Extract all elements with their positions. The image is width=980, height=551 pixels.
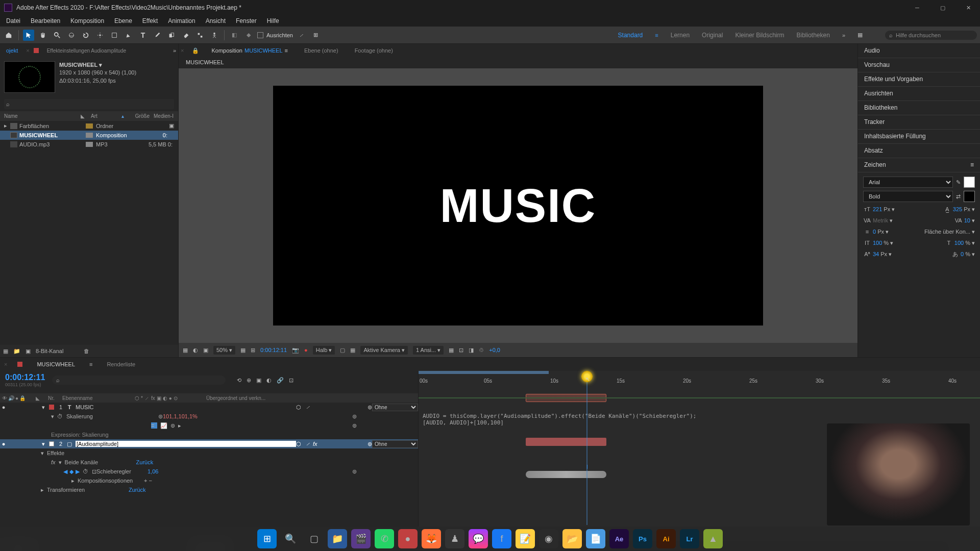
layer-name[interactable]: [Audioamplitude] [76, 441, 296, 447]
prop-effekte[interactable]: ▾ Effekte [0, 448, 418, 458]
comp-tab-menu-icon[interactable]: ≡ [285, 47, 288, 54]
guides-icon[interactable]: ⊞ [251, 347, 255, 354]
composition-viewer[interactable]: MUSIC [179, 68, 857, 343]
home-button[interactable] [3, 30, 14, 41]
photoshop-icon[interactable]: Ps [633, 529, 652, 548]
workspace-standard[interactable]: Standard [618, 32, 643, 39]
app-icon-last[interactable]: ▲ [703, 529, 723, 548]
project-item-audio[interactable]: AUDIO.mp3 MP3 5,5 MB 0: [0, 140, 178, 149]
notepad-icon[interactable]: 📄 [586, 529, 605, 548]
text-tool[interactable]: T [137, 30, 149, 41]
menu-hilfe[interactable]: Hilfe [263, 16, 283, 26]
font-family-select[interactable]: Arial [863, 177, 953, 188]
eye-header-icon[interactable]: 👁 [2, 395, 7, 401]
viewer-lock-icon[interactable]: 🔒 [192, 47, 199, 54]
tl-icon-2[interactable]: ⊕ [247, 377, 251, 384]
workspace-bibliotheken[interactable]: Bibliotheken [796, 32, 829, 39]
comp-thumbnail[interactable] [4, 61, 55, 93]
maximize-button[interactable]: ▢ [935, 3, 950, 13]
link-icon[interactable]: ⊡ [92, 468, 96, 475]
parent-link-icon[interactable]: ⊚ [368, 404, 372, 411]
layer-expand[interactable]: ▾ [35, 441, 47, 447]
view-opt-4[interactable]: ♲ [479, 347, 484, 354]
interp-icon[interactable]: ▦ [3, 348, 8, 355]
panel-menu-icon[interactable]: ≡ [970, 161, 974, 169]
expression-code[interactable]: AUDIO = thisComp.layer("Audioamplitude")… [423, 413, 696, 426]
tl-icon-4[interactable]: ◐ [266, 377, 272, 384]
prop-transform[interactable]: ▸ Transformieren Zurück [0, 485, 418, 494]
switch-1[interactable]: ⬡ [135, 395, 139, 401]
puppet-tool[interactable] [209, 30, 220, 41]
video-app-icon[interactable]: 🎬 [351, 529, 371, 548]
firefox-icon[interactable]: 🦊 [422, 529, 441, 548]
prev-key[interactable]: ◀ [63, 468, 67, 475]
snap-option-2[interactable]: ⊞ [310, 30, 322, 41]
switch-5[interactable]: ▣ [157, 395, 161, 401]
next-key[interactable]: ▶ [76, 468, 80, 475]
panel-ausrichten[interactable]: Ausrichten [858, 87, 980, 101]
new-folder-icon[interactable]: 📁 [13, 348, 20, 355]
close-button[interactable]: ✕ [961, 3, 976, 13]
tl-icon-1[interactable]: ⟲ [237, 377, 241, 384]
minimize-button[interactable]: ─ [910, 3, 925, 13]
lightroom-icon[interactable]: Lr [680, 529, 699, 548]
expand-icon[interactable]: ▸ [4, 122, 10, 129]
grid-icon[interactable]: ▦ [240, 347, 246, 354]
rotation-tool[interactable] [80, 30, 91, 41]
viewer-timecode[interactable]: 0:00:12:11 [260, 347, 287, 353]
prop-value[interactable]: Zurück [136, 459, 154, 465]
vscale-value[interactable]: 100 [873, 240, 882, 246]
project-tab[interactable]: ojekt [2, 45, 22, 56]
parent-select[interactable]: Ohne [372, 404, 418, 411]
fx-icon[interactable]: fx [51, 459, 56, 465]
menu-ebene[interactable]: Ebene [110, 16, 136, 26]
prop-expand[interactable]: ▾ [59, 459, 65, 466]
item-label[interactable] [86, 133, 93, 138]
clone-tool[interactable] [166, 30, 177, 41]
task-view[interactable]: ▢ [304, 529, 324, 548]
switch-6[interactable]: ◐ [163, 395, 167, 401]
orbit-tool[interactable] [66, 30, 77, 41]
prop-value[interactable]: 1,06 [148, 468, 158, 474]
folder-icon[interactable]: 📂 [562, 529, 582, 548]
workspace-overflow[interactable]: » [842, 32, 845, 38]
name-header[interactable]: Ebenenname [58, 395, 135, 401]
workspace-menu-icon[interactable]: ≡ [655, 32, 658, 38]
notes-icon[interactable]: 📝 [516, 529, 535, 548]
hand-tool[interactable] [37, 30, 48, 41]
tool-option-2[interactable]: ◆ [243, 30, 254, 41]
menu-datei[interactable]: Datei [2, 16, 24, 26]
switch-7[interactable]: ● [169, 395, 172, 401]
col-size[interactable]: Größe [124, 113, 150, 119]
layer-row-2[interactable]: ● ▾ 2 ▢ [Audioamplitude] ⬡⟋fx ⊚ Ohne [0, 439, 418, 448]
pen-tool[interactable] [123, 30, 134, 41]
expr-pickwhip[interactable]: ⊚ [352, 413, 357, 420]
layer-row-1[interactable]: ● ▾ 1 T MUSIC ⬡⟋ ⊚ Ohne [0, 403, 418, 412]
selection-tool[interactable] [23, 30, 34, 41]
panel-audio[interactable]: Audio [858, 44, 980, 58]
layer-name[interactable]: MUSIC [76, 404, 296, 410]
facebook-icon[interactable]: f [492, 529, 511, 548]
prop-komp-options[interactable]: ▸ Kompositionsoptionen + − [0, 476, 418, 485]
stroke-value[interactable]: 0 [873, 229, 876, 235]
prop-value[interactable]: Zurück [129, 487, 146, 493]
new-comp-icon[interactable]: ▣ [26, 348, 31, 355]
expr-pickwhip-icon[interactable]: ⊚ [170, 422, 175, 429]
eye-toggle[interactable]: ● [0, 441, 7, 447]
stroke-swap-icon[interactable]: ⇄ [956, 193, 961, 200]
snap-option-1[interactable]: ⟋ [296, 30, 307, 41]
panel-tracker[interactable]: Tracker [858, 115, 980, 130]
view-opt-2[interactable]: ⊡ [459, 347, 463, 354]
layer2-bar[interactable] [526, 438, 606, 446]
panel-vorschau[interactable]: Vorschau [858, 58, 980, 72]
project-item-comp[interactable]: MUSICWHEEL Komposition 0: [0, 131, 178, 140]
views-select[interactable]: 1 Ansi... ▾ [413, 346, 444, 355]
menu-animation[interactable]: Animation [164, 16, 199, 26]
mag-icon[interactable]: ▦ [183, 347, 188, 354]
font-weight-select[interactable]: Bold [863, 191, 953, 202]
channel-icon[interactable]: ● [304, 347, 308, 353]
brush-tool[interactable] [152, 30, 163, 41]
parent-select[interactable]: Ohne [372, 440, 418, 448]
prop-value[interactable]: 101,1,101,1% [163, 413, 198, 419]
panel-effekte[interactable]: Effekte und Vorgaben [858, 72, 980, 87]
